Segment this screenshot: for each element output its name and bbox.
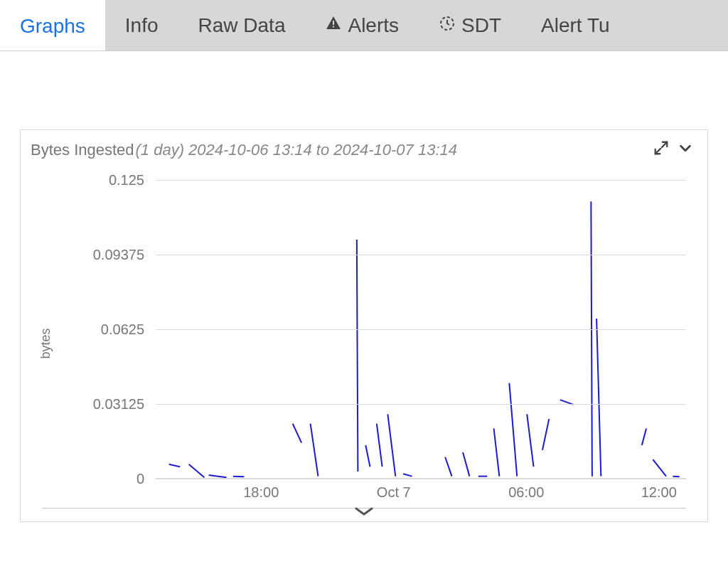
panel-range: 2024-10-06 13:14 to 2024-10-07 13:14: [188, 141, 457, 159]
gridline: [156, 255, 686, 255]
tab-alert-tuning[interactable]: Alert Tu: [521, 0, 629, 50]
gridline: [156, 404, 686, 405]
panel-subtitle: (1 day): [136, 141, 184, 159]
tab-sdt[interactable]: SDT: [419, 0, 521, 50]
y-tick-label: 0: [136, 471, 156, 487]
tab-label: Info: [125, 14, 159, 37]
gridline: [156, 180, 686, 181]
chart-body: bytes 00.031250.06250.093750.12518:00Oct…: [21, 166, 707, 521]
tab-graphs[interactable]: Graphs: [0, 0, 105, 50]
panel-header: Bytes Ingested (1 day) 2024-10-06 13:14 …: [21, 130, 707, 166]
tab-info[interactable]: Info: [105, 0, 178, 50]
tab-bar: Graphs Info Raw Data Alerts SDT Alert Tu: [0, 0, 728, 51]
chevron-down-icon[interactable]: [673, 137, 697, 163]
plot-area[interactable]: 00.031250.06250.093750.12518:00Oct 706:0…: [156, 180, 686, 479]
x-tick-label: 18:00: [243, 479, 279, 501]
tab-label: Raw Data: [198, 14, 286, 37]
svg-rect-0: [333, 21, 334, 25]
tab-alerts[interactable]: Alerts: [305, 0, 419, 50]
tab-raw-data[interactable]: Raw Data: [178, 0, 306, 50]
panel-title: Bytes Ingested: [31, 141, 134, 159]
y-tick-label: 0.09375: [93, 247, 156, 263]
gridline: [156, 479, 686, 479]
content-area: Bytes Ingested (1 day) 2024-10-06 13:14 …: [0, 51, 728, 536]
y-tick-label: 0.0625: [101, 321, 156, 338]
gridline: [156, 329, 686, 330]
chart-panel: Bytes Ingested (1 day) 2024-10-06 13:14 …: [20, 129, 708, 522]
expand-down-icon[interactable]: [353, 506, 375, 520]
x-tick-label: 06:00: [508, 479, 544, 501]
y-tick-label: 0.03125: [93, 396, 156, 413]
tab-label: Alert Tu: [541, 14, 609, 37]
y-tick-label: 0.125: [109, 172, 156, 188]
y-axis-label: bytes: [38, 328, 53, 358]
alert-triangle-icon: [325, 14, 342, 37]
tab-label: SDT: [461, 14, 501, 37]
clock-icon: [439, 14, 456, 37]
svg-rect-1: [333, 26, 334, 27]
tab-label: Graphs: [20, 15, 85, 38]
tab-label: Alerts: [348, 14, 399, 37]
x-tick-label: Oct 7: [377, 479, 411, 501]
expand-icon[interactable]: [649, 137, 673, 163]
x-tick-label: 12:00: [641, 479, 677, 501]
